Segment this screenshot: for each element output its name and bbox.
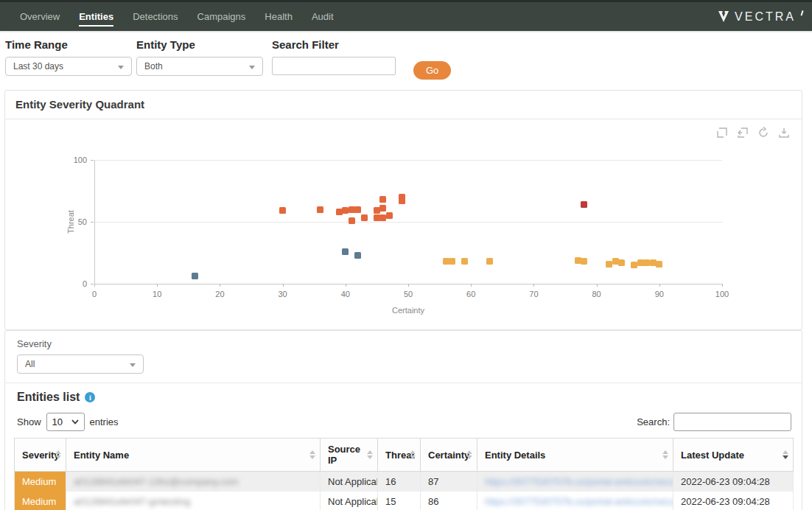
scatter-point-high-threat-orange[interactable] xyxy=(379,205,386,212)
chevron-down-icon xyxy=(71,419,79,425)
nav-item-campaigns[interactable]: Campaigns xyxy=(188,2,256,31)
threat-cell: 15 xyxy=(378,492,421,510)
sort-up-arrow xyxy=(367,450,373,454)
nav-item-audit[interactable]: Audit xyxy=(302,2,343,31)
info-icon[interactable]: i xyxy=(85,392,95,402)
sort-icon xyxy=(410,450,416,459)
nav-item-detections[interactable]: Detections xyxy=(123,2,187,31)
table-search-label: Search: xyxy=(637,416,670,427)
show-entries-suffix: entries xyxy=(90,416,119,427)
scatter-point-low-threat-amber[interactable] xyxy=(643,259,650,266)
scatter-point-high-threat-orange[interactable] xyxy=(361,214,368,221)
scatter-point-low-threat-amber[interactable] xyxy=(486,258,493,265)
x-tickmark xyxy=(597,284,598,287)
scatter-point-low-threat-slate[interactable] xyxy=(342,248,349,255)
sort-down-arrow xyxy=(309,455,315,459)
table-search-input[interactable] xyxy=(673,413,791,431)
severity-filter-select[interactable]: All xyxy=(17,354,144,374)
scatter-point-high-threat-orange[interactable] xyxy=(386,212,393,219)
nav-item-entities[interactable]: Entities xyxy=(69,2,123,31)
x-tickmark xyxy=(659,284,660,287)
column-header-severity[interactable]: Severity xyxy=(15,439,66,472)
chevron-down-icon xyxy=(249,66,255,69)
column-header-label: Certainty xyxy=(428,450,469,461)
scatter-point-high-threat-orange[interactable] xyxy=(379,196,386,203)
column-header-latest-update[interactable]: Latest Update xyxy=(673,439,794,472)
scatter-point-low-threat-amber[interactable] xyxy=(631,262,637,268)
top-navigation: OverviewEntitiesDetectionsCampaignsHealt… xyxy=(0,2,812,31)
table-row[interactable]: Mediuma0128841efe047-13hz@company.comNot… xyxy=(15,472,794,492)
search-filter-input[interactable] xyxy=(272,57,396,75)
scatter-point-critical-red[interactable] xyxy=(581,201,587,208)
vectra-logo-tick xyxy=(801,10,804,15)
time-range-select[interactable]: Last 30 days xyxy=(5,57,132,76)
scatter-point-low-threat-amber[interactable] xyxy=(606,261,612,268)
scatter-point-low-threat-amber[interactable] xyxy=(656,261,662,268)
download-icon[interactable] xyxy=(778,127,790,139)
scatter-point-low-threat-slate[interactable] xyxy=(192,273,198,279)
column-header-entity-name[interactable]: Entity Name xyxy=(66,439,321,472)
nav-item-overview[interactable]: Overview xyxy=(10,2,69,31)
column-header-label: Source IP xyxy=(328,444,360,466)
search-filter-label: Search Filter xyxy=(272,38,396,51)
gridline-y-100 xyxy=(94,160,722,161)
sort-down-arrow xyxy=(367,455,373,459)
sort-down-arrow xyxy=(55,455,61,459)
chevron-down-icon xyxy=(130,363,136,367)
scatter-point-high-threat-orange[interactable] xyxy=(279,207,286,214)
x-tick-label: 100 xyxy=(715,290,729,298)
scatter-point-low-threat-slate[interactable] xyxy=(354,252,361,259)
box-zoom-icon[interactable] xyxy=(716,127,728,139)
certainty-cell: 86 xyxy=(421,492,477,510)
source-ip-cell: Not Applicable xyxy=(321,472,378,492)
chart-toolbar xyxy=(716,127,790,139)
vectra-logo: VECTRA xyxy=(717,2,802,31)
entity-type-value: Both xyxy=(144,61,163,71)
nav-items: OverviewEntitiesDetectionsCampaignsHealt… xyxy=(10,2,343,31)
scatter-point-low-threat-amber[interactable] xyxy=(449,258,455,265)
scatter-point-high-threat-orange[interactable] xyxy=(399,198,405,204)
refresh-icon[interactable] xyxy=(757,127,769,139)
column-header-entity-details[interactable]: Entity Details xyxy=(477,439,673,472)
x-tick-label: 50 xyxy=(404,290,413,298)
scatter-point-high-threat-orange[interactable] xyxy=(317,206,323,213)
column-header-source-ip[interactable]: Source IP xyxy=(321,439,378,472)
severity-badge: Medium xyxy=(15,472,66,492)
scatter-point-high-threat-orange[interactable] xyxy=(349,217,355,224)
entity-details-cell[interactable]: https://3077530707b.us/portal-anticusts/… xyxy=(477,472,673,492)
y-tick-label: 0 xyxy=(66,279,87,288)
vectra-logo-text: VECTRA xyxy=(735,10,796,24)
entity-type-label: Entity Type xyxy=(136,38,272,51)
gridline-y-50 xyxy=(94,222,722,223)
time-range-label: Time Range xyxy=(5,38,136,51)
column-header-certainty[interactable]: Certainty xyxy=(421,439,477,472)
reset-extents-icon[interactable] xyxy=(737,127,749,139)
sort-icon xyxy=(367,450,373,459)
scatter-point-low-threat-amber[interactable] xyxy=(618,259,625,266)
x-tick-label: 80 xyxy=(592,290,601,298)
column-header-label: Entity Name xyxy=(74,450,129,461)
entity-name-cell[interactable]: a0128841efe047-13hz@company.com xyxy=(66,472,321,492)
scatter-point-high-threat-orange[interactable] xyxy=(354,206,361,213)
sort-up-arrow xyxy=(662,450,668,454)
x-tick-label: 20 xyxy=(215,290,224,298)
sort-down-arrow xyxy=(783,455,788,459)
entities-panel: Severity All Entities list i Show 10 ent… xyxy=(4,330,802,510)
entity-type-select[interactable]: Both xyxy=(136,57,263,76)
sort-icon xyxy=(466,450,472,459)
scatter-point-high-threat-orange[interactable] xyxy=(342,207,349,214)
certainty-cell: 87 xyxy=(421,472,477,492)
go-button[interactable]: Go xyxy=(413,61,451,80)
column-header-threat[interactable]: Threat xyxy=(378,439,421,472)
nav-item-health[interactable]: Health xyxy=(255,2,302,31)
sort-icon xyxy=(783,450,788,459)
show-entries-prefix: Show xyxy=(17,416,41,427)
page-size-select[interactable]: 10 xyxy=(46,413,85,431)
severity-filter-label: Severity xyxy=(17,338,790,349)
scatter-point-low-threat-amber[interactable] xyxy=(461,258,468,265)
table-row[interactable]: Mediuma0128841efe047-gmtestingNot Applic… xyxy=(15,492,794,510)
entity-details-cell[interactable]: https://3077530707b.us/portal-anticusts/… xyxy=(477,492,673,510)
scatter-point-low-threat-amber[interactable] xyxy=(581,258,587,265)
entity-name-cell[interactable]: a0128841efe047-gmtesting xyxy=(66,492,321,510)
y-tickmark xyxy=(91,222,94,223)
